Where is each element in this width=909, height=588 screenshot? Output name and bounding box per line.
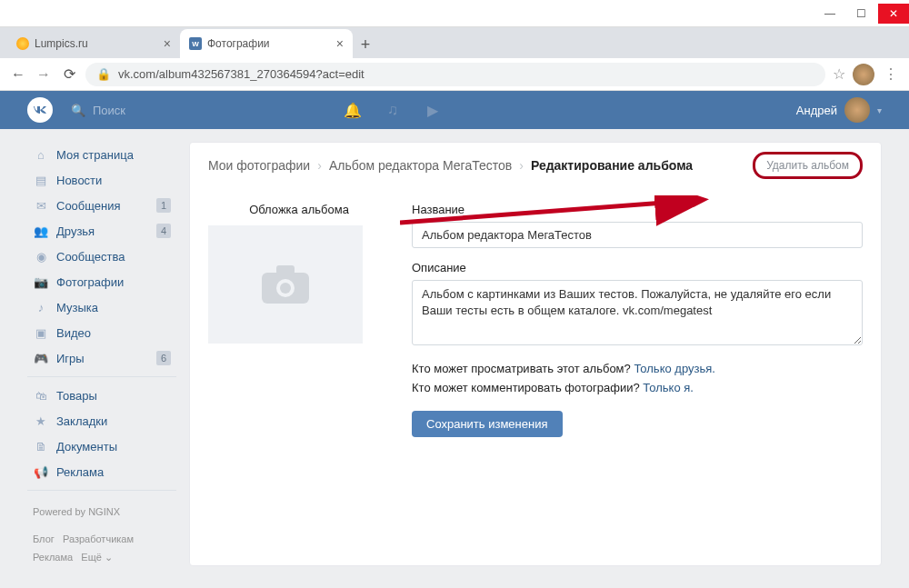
album-title-input[interactable] xyxy=(412,222,863,248)
play-icon[interactable]: ▶ xyxy=(424,101,442,119)
sidebar-item-bookmarks[interactable]: ★Закладки xyxy=(27,408,176,434)
perm-view-question: Кто может просматривать этот альбом? xyxy=(412,362,631,375)
cover-label: Обложка альбома xyxy=(208,203,390,216)
tab-title: Lumpics.ru xyxy=(35,37,88,50)
badge: 4 xyxy=(156,224,171,238)
camera-icon: 📷 xyxy=(33,275,49,289)
footer-link-more[interactable]: Ещё ⌄ xyxy=(81,552,113,563)
message-icon: ✉ xyxy=(33,199,49,213)
url-input[interactable]: 🔒 vk.com/album432567381_270364594?act=ed… xyxy=(85,63,825,86)
description-label: Описание xyxy=(412,261,863,274)
footer-link-dev[interactable]: Разработчикам xyxy=(63,533,134,544)
new-tab-button[interactable]: + xyxy=(353,31,378,58)
market-icon: 🛍 xyxy=(33,389,49,403)
chevron-right-icon: › xyxy=(519,158,524,173)
profile-avatar-icon[interactable] xyxy=(853,64,874,85)
perm-view-link[interactable]: Только друзья. xyxy=(634,362,714,375)
username-label: Андрей xyxy=(796,104,837,117)
perm-comment-link[interactable]: Только я. xyxy=(643,381,694,394)
title-label: Название xyxy=(412,203,863,216)
music-player-icon[interactable]: ♫ xyxy=(384,101,402,119)
tab-title: Фотографии xyxy=(207,37,270,50)
sidebar-item-my-page[interactable]: ⌂Моя страница xyxy=(27,142,176,167)
reload-button[interactable]: ⟳ xyxy=(60,65,78,84)
chevron-down-icon: ▾ xyxy=(877,105,882,115)
svg-rect-1 xyxy=(276,265,295,274)
feed-icon: ▤ xyxy=(33,174,49,187)
footer-link-ads[interactable]: Реклама xyxy=(33,552,73,563)
ads-icon: 📢 xyxy=(33,465,49,479)
powered-by-label: Powered by NGINX xyxy=(33,503,171,522)
bookmark-star-icon[interactable]: ☆ xyxy=(833,65,845,83)
groups-icon: ◉ xyxy=(33,250,49,264)
video-icon: ▣ xyxy=(33,326,49,340)
vk-sidebar: ⌂Моя страница ▤Новости ✉Сообщения1 👥Друз… xyxy=(27,142,176,566)
sidebar-item-games[interactable]: 🎮Игры6 xyxy=(27,345,176,371)
crumb-album[interactable]: Альбом редактора МегаТестов xyxy=(329,158,512,173)
vk-logo-icon[interactable] xyxy=(27,97,53,123)
sidebar-item-photos[interactable]: 📷Фотографии xyxy=(27,269,176,294)
search-icon: 🔍 xyxy=(71,104,85,117)
sidebar-item-music[interactable]: ♪Музыка xyxy=(27,294,176,320)
badge: 1 xyxy=(156,198,171,213)
tab-lumpics[interactable]: Lumpics.ru × xyxy=(7,29,180,58)
svg-point-3 xyxy=(280,283,291,294)
crumb-current: Редактирование альбома xyxy=(531,158,693,173)
sidebar-item-video[interactable]: ▣Видео xyxy=(27,320,176,345)
notifications-icon[interactable]: 🔔 xyxy=(344,101,362,119)
home-icon: ⌂ xyxy=(33,148,49,162)
badge: 6 xyxy=(156,351,171,365)
browser-tabstrip: Lumpics.ru × W Фотографии × + xyxy=(0,27,909,58)
divider xyxy=(27,490,176,491)
maximize-button[interactable]: ☐ xyxy=(845,4,876,24)
favicon-lumpics-icon xyxy=(16,37,29,50)
lock-icon: 🔒 xyxy=(96,67,111,81)
delete-album-button[interactable]: Удалить альбом xyxy=(753,152,863,179)
breadcrumb: Мои фотографии › Альбом редактора МегаТе… xyxy=(190,143,881,188)
sidebar-item-ads[interactable]: 📢Реклама xyxy=(27,459,176,484)
camera-placeholder-icon xyxy=(260,264,311,305)
main-panel: Мои фотографии › Альбом редактора МегаТе… xyxy=(189,142,882,566)
forward-button[interactable]: → xyxy=(35,65,53,84)
vk-search[interactable]: 🔍 Поиск xyxy=(71,104,271,117)
sidebar-item-documents[interactable]: 🗎Документы xyxy=(27,434,176,459)
music-icon: ♪ xyxy=(33,301,49,314)
sidebar-item-news[interactable]: ▤Новости xyxy=(27,167,176,193)
docs-icon: 🗎 xyxy=(33,440,49,453)
window-titlebar: — ☐ ✕ xyxy=(0,0,909,27)
album-edit-form: Обложка альбома Название xyxy=(190,188,881,459)
browser-window: — ☐ ✕ Lumpics.ru × W Фотографии × + ← → … xyxy=(0,0,909,588)
tab-close-icon[interactable]: × xyxy=(336,36,344,51)
games-icon: 🎮 xyxy=(33,352,49,365)
sidebar-footer: Powered by NGINX Блог Разработчикам Рекл… xyxy=(27,496,176,566)
sidebar-item-communities[interactable]: ◉Сообщества xyxy=(27,244,176,269)
tab-close-icon[interactable]: × xyxy=(164,36,171,51)
sidebar-item-friends[interactable]: 👥Друзья4 xyxy=(27,218,176,244)
divider xyxy=(27,376,176,377)
album-cover-placeholder[interactable] xyxy=(208,225,363,344)
star-icon: ★ xyxy=(33,414,49,428)
footer-link-blog[interactable]: Блог xyxy=(33,533,55,544)
favicon-vk-icon: W xyxy=(189,37,202,50)
crumb-my-photos[interactable]: Мои фотографии xyxy=(208,158,310,173)
album-description-textarea[interactable] xyxy=(412,280,863,345)
chevron-right-icon: › xyxy=(317,158,322,173)
vk-user-menu[interactable]: Андрей ▾ xyxy=(796,97,882,123)
sidebar-item-market[interactable]: 🛍Товары xyxy=(27,383,176,408)
save-button[interactable]: Сохранить изменения xyxy=(412,411,563,437)
friends-icon: 👥 xyxy=(33,224,49,238)
back-button[interactable]: ← xyxy=(9,65,27,84)
vk-header: 🔍 Поиск 🔔 ♫ ▶ Андрей ▾ xyxy=(0,91,909,129)
page-content: 🔍 Поиск 🔔 ♫ ▶ Андрей ▾ ⌂Моя страница ▤Но… xyxy=(0,91,909,588)
address-bar: ← → ⟳ 🔒 vk.com/album432567381_270364594?… xyxy=(0,58,909,91)
browser-menu-button[interactable]: ⋮ xyxy=(882,65,900,84)
sidebar-item-messages[interactable]: ✉Сообщения1 xyxy=(27,193,176,218)
close-button[interactable]: ✕ xyxy=(878,4,909,24)
user-avatar-icon xyxy=(844,97,870,123)
minimize-button[interactable]: — xyxy=(814,4,845,24)
perm-comment-question: Кто может комментировать фотографии? xyxy=(412,381,640,394)
tab-vk-photos[interactable]: W Фотографии × xyxy=(180,29,353,58)
search-placeholder: Поиск xyxy=(93,104,125,117)
url-text: vk.com/album432567381_270364594?act=edit xyxy=(118,67,365,81)
